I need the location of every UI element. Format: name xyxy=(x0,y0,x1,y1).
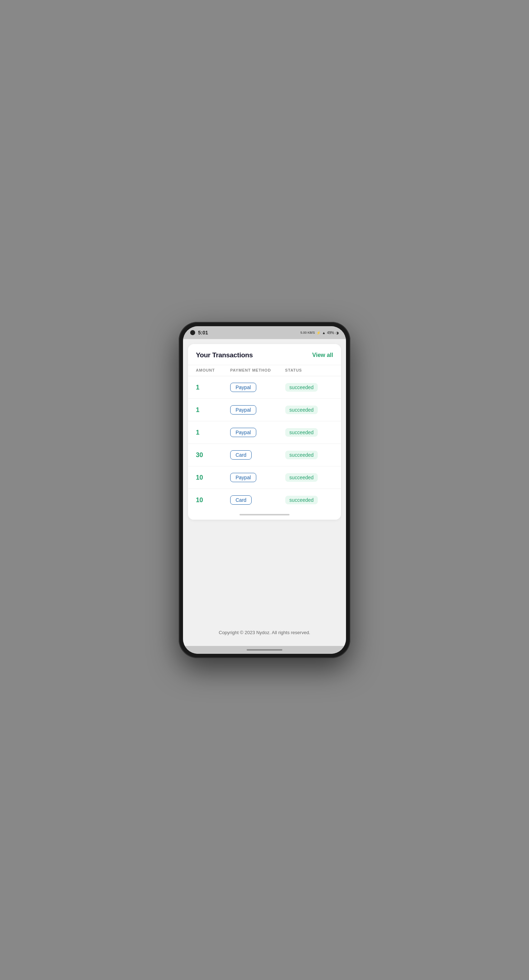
status-bar: 5:01 5.00 KB/S ⚡ ▲ 49% ◑ xyxy=(183,326,346,339)
card-title: Your Transactions xyxy=(196,351,253,359)
table-row: 10 Paypal succeeded xyxy=(188,466,341,489)
payment-method-cell: Paypal xyxy=(230,405,285,415)
col-amount-header: AMOUNT xyxy=(196,368,230,372)
status-badge: succeeded xyxy=(285,451,318,459)
payment-badge: Paypal xyxy=(230,473,256,482)
table-row: 10 Card succeeded xyxy=(188,489,341,511)
status-badge: succeeded xyxy=(285,406,318,414)
speed-indicator: 5.00 KB/S xyxy=(300,331,315,334)
view-all-link[interactable]: View all xyxy=(312,352,333,358)
status-cell: succeeded xyxy=(285,383,333,391)
table-row: 1 Paypal succeeded xyxy=(188,399,341,421)
table-row: 30 Card succeeded xyxy=(188,444,341,466)
transaction-list: 1 Paypal succeeded 1 Paypal succeeded 1 … xyxy=(188,376,341,511)
col-payment-header: PAYMENT METHOD xyxy=(230,368,285,372)
payment-badge: Paypal xyxy=(230,383,256,392)
scroll-bar xyxy=(240,514,289,515)
col-status-header: STATUS xyxy=(285,368,333,372)
scroll-indicator xyxy=(188,511,341,520)
transactions-card: Your Transactions View all AMOUNT PAYMEN… xyxy=(188,344,341,520)
payment-badge: Card xyxy=(230,495,252,505)
amount-value: 10 xyxy=(196,474,230,481)
status-badge: succeeded xyxy=(285,428,318,437)
status-cell: succeeded xyxy=(285,473,333,482)
battery-icon: ◑ xyxy=(336,331,339,335)
amount-value: 1 xyxy=(196,384,230,391)
table-row: 1 Paypal succeeded xyxy=(188,421,341,444)
amount-value: 1 xyxy=(196,406,230,414)
signal-icon: ▲ xyxy=(322,331,326,335)
payment-badge: Paypal xyxy=(230,428,256,437)
status-cell: succeeded xyxy=(285,428,333,437)
copyright-text: Copyright © 2023 Nydoz. All rights reser… xyxy=(183,630,346,635)
payment-badge: Card xyxy=(230,450,252,460)
phone-screen: 5:01 5.00 KB/S ⚡ ▲ 49% ◑ Your Transactio… xyxy=(183,326,346,654)
payment-method-cell: Paypal xyxy=(230,428,285,437)
status-cell: succeeded xyxy=(285,406,333,414)
phone-frame: 5:01 5.00 KB/S ⚡ ▲ 49% ◑ Your Transactio… xyxy=(179,322,350,658)
home-indicator xyxy=(247,649,282,651)
table-header: AMOUNT PAYMENT METHOD STATUS xyxy=(188,365,341,376)
status-time: 5:01 xyxy=(198,330,208,336)
status-bar-right: 5.00 KB/S ⚡ ▲ 49% ◑ xyxy=(300,331,339,335)
payment-method-cell: Paypal xyxy=(230,383,285,392)
camera-icon xyxy=(190,330,195,335)
amount-value: 10 xyxy=(196,496,230,504)
payment-method-cell: Paypal xyxy=(230,473,285,482)
payment-method-cell: Card xyxy=(230,495,285,505)
wifi-icon: ⚡ xyxy=(316,331,321,335)
payment-badge: Paypal xyxy=(230,405,256,415)
status-cell: succeeded xyxy=(285,496,333,504)
footer: Copyright © 2023 Nydoz. All rights reser… xyxy=(183,523,346,646)
screen-content: Your Transactions View all AMOUNT PAYMEN… xyxy=(183,339,346,646)
status-bar-left: 5:01 xyxy=(190,330,208,336)
status-badge: succeeded xyxy=(285,383,318,391)
status-badge: succeeded xyxy=(285,496,318,504)
amount-value: 30 xyxy=(196,451,230,459)
battery-percent: 49% xyxy=(327,331,334,335)
card-header: Your Transactions View all xyxy=(188,344,341,365)
amount-value: 1 xyxy=(196,429,230,436)
status-badge: succeeded xyxy=(285,473,318,482)
bottom-bar xyxy=(183,646,346,654)
status-cell: succeeded xyxy=(285,451,333,459)
table-row: 1 Paypal succeeded xyxy=(188,376,341,399)
payment-method-cell: Card xyxy=(230,450,285,460)
